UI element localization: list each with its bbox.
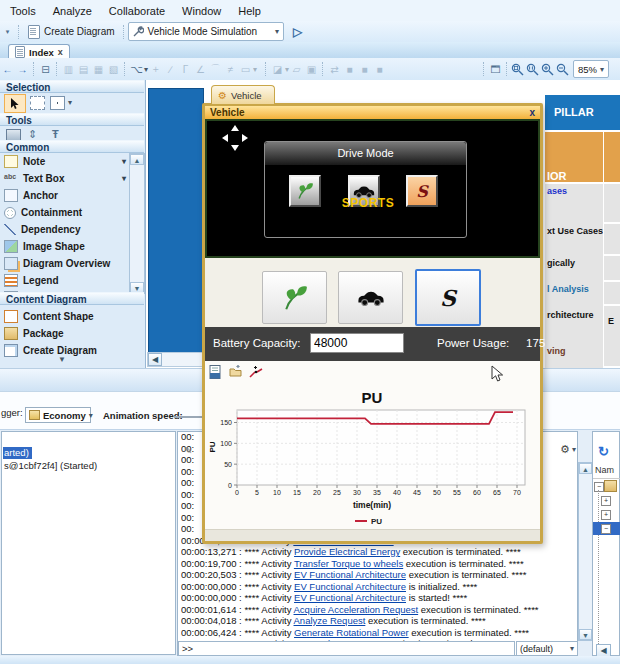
- activity-link[interactable]: EV Functional Architecture: [294, 592, 406, 603]
- dialog-title-bar[interactable]: Vehicle x: [205, 106, 540, 119]
- eco-mode-button[interactable]: [262, 271, 327, 324]
- fit-window-icon[interactable]: [511, 63, 524, 76]
- activity-link[interactable]: Transfer Torque to wheels: [294, 558, 403, 569]
- selection-caret-icon[interactable]: ▾: [68, 98, 72, 107]
- trigger-combo[interactable]: Economy ▾: [25, 407, 91, 423]
- paste-special-icon[interactable]: ▧: [106, 62, 121, 77]
- animation-speed-slider[interactable]: [174, 416, 202, 418]
- palette-scrollbar[interactable]: ▲ ▼: [129, 153, 145, 294]
- palette-item-dependency[interactable]: Dependency: [4, 221, 126, 238]
- palette-item-anchor[interactable]: Anchor: [4, 187, 126, 204]
- add-shape-icon[interactable]: ＋: [148, 62, 163, 77]
- scroll-up-icon[interactable]: ▲: [130, 154, 144, 165]
- logically-cell[interactable]: gically: [545, 256, 603, 282]
- palette-header-content-diagram[interactable]: Content Diagram: [0, 292, 144, 305]
- palette-header-selection[interactable]: Selection: [0, 80, 144, 93]
- reset-shape-icon[interactable]: ▭: [238, 62, 253, 77]
- fill3-icon[interactable]: ■: [372, 62, 387, 77]
- lock-icon[interactable]: ▣: [304, 62, 319, 77]
- activity-link[interactable]: EV Functional Architecture: [294, 581, 406, 592]
- tree-expand-icon[interactable]: +: [601, 496, 611, 506]
- marquee-select-icon[interactable]: [30, 96, 45, 110]
- activity-link[interactable]: EV Functional Architecture: [294, 569, 406, 580]
- variables-panel[interactable]: ↻ Nam − + + − ◀: [592, 431, 620, 656]
- activity-link[interactable]: Analyze Request: [294, 615, 366, 626]
- simulation-config-combo[interactable]: Vehicle Mode Simulation ▾: [128, 22, 285, 41]
- session-item-selected[interactable]: arted): [3, 447, 32, 459]
- sports-mode-display-button[interactable]: S: [406, 175, 438, 207]
- zoom-1-1-icon[interactable]: [526, 63, 539, 76]
- sports-mode-button[interactable]: S: [415, 269, 481, 326]
- table-cell[interactable]: [604, 256, 620, 280]
- text-tool-icon[interactable]: Ŧ: [52, 128, 59, 140]
- fill-icon[interactable]: ■: [342, 62, 357, 77]
- palette-more-caret-icon[interactable]: ▼: [58, 355, 66, 364]
- console-scope-combo[interactable]: (default) ▾: [516, 641, 578, 656]
- normal-mode-button[interactable]: [338, 271, 403, 324]
- layout-icon[interactable]: ⌥: [129, 62, 144, 77]
- battery-capacity-input[interactable]: [310, 333, 404, 353]
- tab-close-icon[interactable]: x: [58, 47, 63, 57]
- name-column-header[interactable]: Nam: [595, 465, 614, 475]
- menu-collaborate[interactable]: Collaborate: [109, 5, 165, 17]
- console-edit-icon[interactable]: ✎: [184, 445, 192, 456]
- note-anchor-icon[interactable]: ▱: [289, 62, 304, 77]
- use-cases-cell[interactable]: ases: [545, 184, 603, 224]
- table-cell[interactable]: [604, 344, 620, 366]
- architecture-cell[interactable]: rchitecture: [545, 306, 603, 346]
- activity-link[interactable]: Acquire Acceleration Request: [294, 604, 419, 615]
- activity-link[interactable]: Provide Electrical Energy: [294, 546, 400, 557]
- back-icon[interactable]: ←: [0, 62, 15, 77]
- palette-item-containment[interactable]: Containment: [4, 204, 126, 221]
- console-vscrollbar[interactable]: ▲ ▼: [578, 462, 593, 641]
- table-cell[interactable]: [604, 224, 620, 254]
- behavior-cell[interactable]: IOR: [545, 132, 603, 182]
- create-diagram-button[interactable]: Create Diagram: [23, 23, 120, 40]
- clone-icon[interactable]: ▦: [91, 62, 106, 77]
- menu-window[interactable]: Window: [182, 5, 221, 17]
- containment-tree-icon[interactable]: ⊟: [38, 62, 53, 77]
- table-cell[interactable]: [604, 132, 620, 182]
- palette-item-note[interactable]: Note▾: [4, 153, 126, 170]
- pan-arrows-icon[interactable]: [222, 125, 248, 151]
- sessions-panel[interactable]: arted) s@1cbf72f4] (Started): [1, 431, 176, 655]
- palette-header-common[interactable]: Common: [0, 140, 144, 153]
- tree-collapse-icon[interactable]: −: [601, 524, 611, 534]
- ving-cell[interactable]: ving: [545, 344, 603, 368]
- select-tool-button[interactable]: [4, 94, 26, 113]
- grid-select-icon[interactable]: [50, 96, 65, 110]
- console-scroll-up-icon[interactable]: ▲: [579, 463, 592, 474]
- palette-item-legend[interactable]: Legend: [4, 272, 126, 289]
- oblique-path-icon[interactable]: ∠: [193, 62, 208, 77]
- vehicle-dialog[interactable]: Vehicle x Drive Mode: [202, 103, 543, 544]
- tree-collapse-icon[interactable]: −: [594, 482, 604, 492]
- session-item[interactable]: s@1cbf72f4] (Started): [4, 460, 97, 471]
- console-settings-button[interactable]: ⚙ ▾: [560, 441, 584, 457]
- analysis-cell[interactable]: l Analysis: [545, 282, 603, 306]
- palette-item-text-box[interactable]: abcText Box▾: [4, 170, 126, 187]
- palette-item-content-shape[interactable]: Content Shape: [4, 308, 126, 324]
- rectilinear-path-icon[interactable]: Γ: [178, 62, 193, 77]
- zoom-in-icon[interactable]: [541, 63, 554, 76]
- diagram-blue-shape[interactable]: [148, 88, 204, 354]
- run-simulation-button[interactable]: ▷: [290, 24, 305, 39]
- palette-item-image-shape[interactable]: Image Shape: [4, 238, 126, 255]
- curve-path-icon[interactable]: ⌒: [208, 62, 223, 77]
- toolbar-overflow-caret[interactable]: ▾: [0, 24, 15, 39]
- tab-index[interactable]: Index x: [8, 44, 70, 59]
- specification-icon[interactable]: 🗔: [488, 62, 503, 77]
- remove-breakpoints-icon[interactable]: ≠: [223, 62, 238, 77]
- zoom-level-combo[interactable]: 85% ▾: [573, 60, 609, 78]
- swap-icon[interactable]: ⇄: [327, 62, 342, 77]
- scroll-left-icon[interactable]: ◀: [148, 353, 162, 366]
- forward-icon[interactable]: →: [15, 62, 30, 77]
- paste-icon[interactable]: ▤: [76, 62, 91, 77]
- fill2-icon[interactable]: ■: [357, 62, 372, 77]
- shape-style-icon[interactable]: ◪: [270, 62, 285, 77]
- eco-mode-display-button[interactable]: [289, 175, 321, 207]
- menu-help[interactable]: Help: [238, 5, 261, 17]
- tree-expand-icon[interactable]: +: [601, 510, 611, 520]
- vehicle-dialog-tab[interactable]: ⚙ Vehicle: [211, 85, 275, 104]
- menu-analyze[interactable]: Analyze: [53, 5, 92, 17]
- refresh-icon[interactable]: ↻: [598, 444, 609, 459]
